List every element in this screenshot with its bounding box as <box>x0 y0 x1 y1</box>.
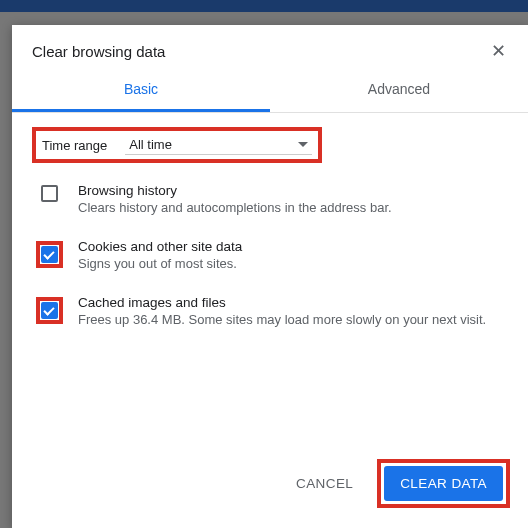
clear-browsing-data-dialog: Clear browsing data ✕ Basic Advanced Tim… <box>12 25 528 528</box>
clear-data-button[interactable]: CLEAR DATA <box>384 466 503 501</box>
option-browsing-history: Browsing history Clears history and auto… <box>32 183 508 215</box>
option-cookies: Cookies and other site data Signs you ou… <box>32 239 508 271</box>
backdrop-topbar <box>0 0 528 12</box>
tab-advanced[interactable]: Advanced <box>270 69 528 112</box>
option-title: Cached images and files <box>78 295 508 310</box>
option-desc: Signs you out of most sites. <box>78 256 508 271</box>
tabs: Basic Advanced <box>12 69 528 113</box>
dialog-footer: CANCEL CLEAR DATA <box>12 445 528 528</box>
time-range-value: All time <box>129 137 172 152</box>
option-title: Cookies and other site data <box>78 239 508 254</box>
chevron-down-icon <box>298 142 308 147</box>
option-title: Browsing history <box>78 183 508 198</box>
checkbox-cached[interactable] <box>41 302 58 319</box>
dialog-title: Clear browsing data <box>32 43 165 60</box>
checkbox-browsing-history[interactable] <box>41 185 58 202</box>
option-desc: Frees up 36.4 MB. Some sites may load mo… <box>78 312 508 327</box>
option-desc: Clears history and autocompletions in th… <box>78 200 508 215</box>
tab-basic[interactable]: Basic <box>12 69 270 112</box>
cancel-button[interactable]: CANCEL <box>282 466 367 501</box>
dialog-content: Time range All time Browsing history Cle… <box>12 113 528 445</box>
checkbox-cookies[interactable] <box>41 246 58 263</box>
option-cached: Cached images and files Frees up 36.4 MB… <box>32 295 508 327</box>
time-range-row: Time range All time <box>32 127 322 163</box>
dialog-header: Clear browsing data ✕ <box>12 25 528 69</box>
time-range-label: Time range <box>42 138 107 153</box>
time-range-select[interactable]: All time <box>125 135 312 155</box>
close-icon[interactable]: ✕ <box>488 41 508 61</box>
